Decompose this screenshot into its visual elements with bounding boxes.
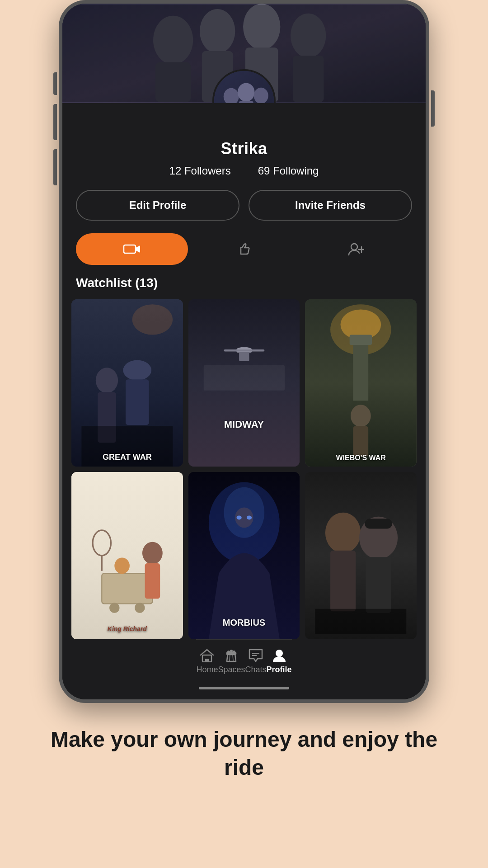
- profile-tab-bar: [62, 233, 426, 265]
- svg-rect-33: [203, 365, 284, 391]
- friends-icon: [348, 242, 364, 256]
- home-bar: [199, 687, 289, 689]
- great-war-title: GREAT WAR: [71, 453, 183, 462]
- svg-rect-31: [224, 349, 264, 351]
- svg-rect-38: [350, 335, 372, 344]
- watchlist-title: Watchlist (13): [71, 276, 417, 290]
- movie-poster-morbius: MORBIUS: [188, 472, 300, 639]
- svg-line-66: [230, 655, 230, 661]
- nav-profile[interactable]: Profile: [267, 649, 292, 675]
- svg-rect-42: [102, 573, 152, 604]
- svg-point-70: [233, 651, 235, 653]
- profile-icon: [272, 649, 286, 662]
- side-button-right: [431, 90, 435, 127]
- side-button-left-3: [53, 149, 57, 185]
- svg-point-44: [135, 603, 145, 613]
- nav-spaces[interactable]: Spaces: [218, 649, 245, 675]
- svg-rect-37: [353, 340, 369, 401]
- svg-point-47: [114, 557, 130, 574]
- movie-grid: GREAT WAR: [71, 299, 417, 639]
- morbius-title: MORBIUS: [188, 618, 300, 628]
- midway-title: MIDWAY: [188, 419, 300, 430]
- nav-chats-label: Chats: [245, 665, 267, 675]
- cover-photo: [62, 4, 426, 103]
- movie-poster-king-richard: King Richard: [71, 472, 183, 639]
- svg-rect-40: [353, 426, 369, 456]
- nav-chats[interactable]: Chats: [245, 649, 267, 675]
- svg-point-43: [109, 603, 119, 613]
- svg-point-54: [236, 515, 241, 519]
- bottom-nav: Home: [196, 639, 291, 681]
- great-war-art: [71, 299, 183, 467]
- svg-rect-64: [205, 659, 209, 662]
- tab-likes[interactable]: [188, 233, 300, 265]
- svg-point-57: [325, 513, 361, 553]
- svg-line-67: [233, 655, 233, 661]
- movie-poster-vikram: [305, 472, 417, 639]
- following-count[interactable]: 69 Following: [258, 165, 319, 177]
- spaces-icon: [224, 649, 239, 662]
- vikram-art: [305, 472, 417, 639]
- phone-wrapper: Strika 12 Followers 69 Following Edit Pr…: [59, 0, 429, 703]
- nav-profile-label: Profile: [267, 665, 292, 675]
- svg-rect-32: [239, 352, 249, 361]
- side-button-left-1: [53, 72, 57, 95]
- svg-rect-61: [365, 519, 393, 528]
- phone-frame: Strika 12 Followers 69 Following Edit Pr…: [59, 0, 429, 703]
- home-icon: [200, 649, 214, 662]
- movie-card-king-richard[interactable]: King Richard: [71, 472, 183, 639]
- avatar-container: [212, 69, 276, 103]
- svg-point-22: [132, 304, 173, 335]
- wiebo-art: [305, 299, 417, 467]
- nav-spaces-label: Spaces: [218, 665, 245, 675]
- svg-rect-60: [366, 557, 391, 613]
- svg-point-73: [276, 650, 283, 657]
- movie-poster-wiebo: WIEBO'S WAR: [305, 299, 417, 467]
- action-buttons: Edit Profile Invite Friends: [62, 190, 426, 221]
- svg-point-18: [351, 244, 357, 250]
- avatar-art: [214, 71, 274, 103]
- svg-point-25: [123, 360, 151, 381]
- movie-card-morbius[interactable]: MORBIUS: [188, 472, 300, 639]
- tab-friends[interactable]: [300, 233, 412, 265]
- morbius-art: [188, 472, 300, 639]
- watchlist-section: Watchlist (13): [62, 276, 426, 639]
- movie-poster-great-war: GREAT WAR: [71, 299, 183, 467]
- profile-section: Strika 12 Followers 69 Following Edit Pr…: [62, 103, 426, 699]
- followers-count[interactable]: 12 Followers: [169, 165, 231, 177]
- phone-screen: Strika 12 Followers 69 Following Edit Pr…: [62, 4, 426, 699]
- svg-rect-41: [71, 472, 183, 639]
- watchlist-icon: [123, 243, 141, 255]
- svg-point-68: [227, 651, 230, 653]
- movie-card-midway[interactable]: MIDWAY: [188, 299, 300, 467]
- invite-friends-button[interactable]: Invite Friends: [249, 190, 412, 221]
- svg-point-15: [254, 88, 268, 103]
- movie-poster-midway: MIDWAY: [188, 299, 300, 467]
- avatar: [212, 69, 276, 103]
- svg-rect-58: [330, 551, 356, 612]
- svg-point-55: [247, 515, 252, 519]
- edit-profile-button[interactable]: Edit Profile: [76, 190, 239, 221]
- svg-point-13: [238, 83, 255, 101]
- svg-point-45: [142, 542, 163, 564]
- movie-card-wiebo[interactable]: WIEBO'S WAR: [305, 299, 417, 467]
- username: Strika: [221, 139, 267, 158]
- svg-point-23: [96, 368, 118, 393]
- nav-home[interactable]: Home: [196, 649, 218, 675]
- tagline-text: Make your own journey and enjoy the ride: [0, 726, 488, 782]
- home-indicator: [199, 681, 289, 695]
- tab-watchlist[interactable]: [76, 233, 188, 265]
- svg-rect-46: [145, 563, 160, 599]
- side-button-left-2: [53, 104, 57, 140]
- svg-rect-26: [126, 379, 149, 425]
- wiebo-title: WIEBO'S WAR: [305, 454, 417, 462]
- movie-card-vikram[interactable]: [305, 472, 417, 639]
- svg-point-39: [351, 405, 371, 427]
- svg-rect-17: [124, 245, 136, 253]
- movie-card-great-war[interactable]: GREAT WAR: [71, 299, 183, 467]
- stats-row: 12 Followers 69 Following: [169, 165, 319, 177]
- avatar-inner: [214, 71, 274, 103]
- nav-home-label: Home: [196, 665, 218, 675]
- king-richard-art: [71, 472, 183, 639]
- svg-rect-62: [315, 609, 407, 634]
